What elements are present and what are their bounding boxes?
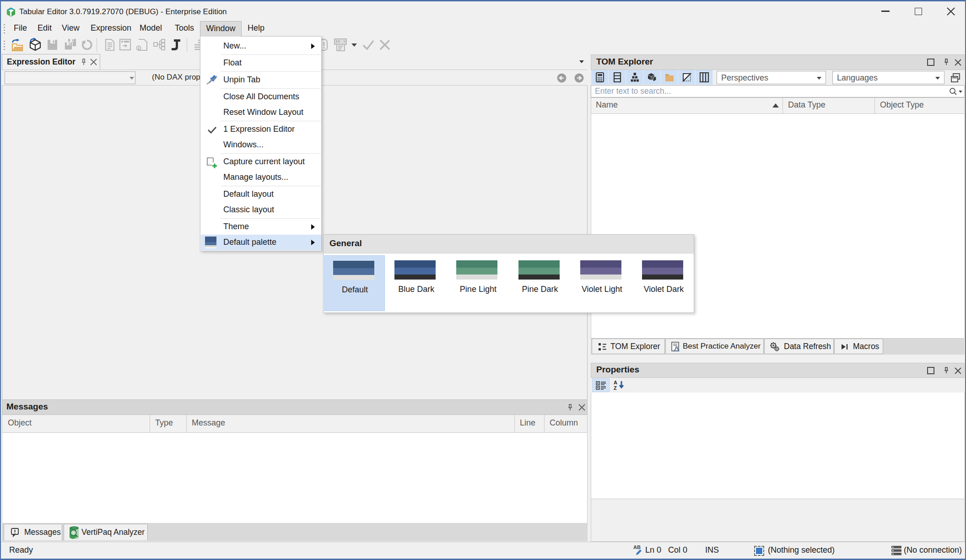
svg-text:Z: Z [614, 385, 617, 391]
svg-text:AB: AB [633, 544, 641, 550]
svg-text:A: A [614, 380, 617, 385]
